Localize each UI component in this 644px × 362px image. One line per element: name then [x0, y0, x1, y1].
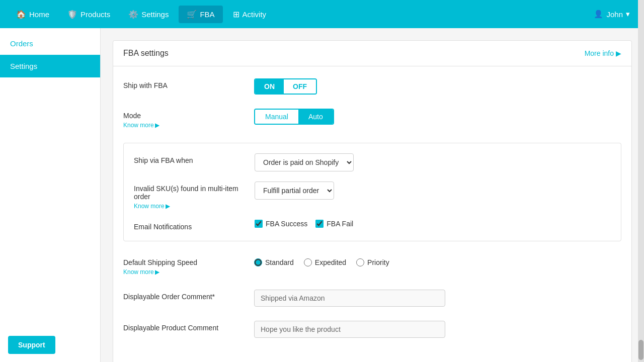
settings-icon: ⚙️	[128, 10, 138, 19]
sidebar-item-settings[interactable]: Settings	[0, 55, 100, 77]
order-comment-row: Displayable Order Comment*	[123, 290, 621, 307]
scrollbar[interactable]	[638, 0, 644, 362]
mode-label-container: Mode Know more ▶	[123, 109, 254, 129]
scrollbar-thumb[interactable]	[638, 340, 643, 360]
toggle-on-btn[interactable]: ON	[255, 79, 284, 94]
fba-fail-text: FBA Fail	[327, 220, 353, 228]
nav-item-fba[interactable]: 🛒 FBA	[179, 6, 222, 23]
product-comment-label: Displayable Product Comment	[123, 321, 254, 332]
email-notifications-label: Email Notifications	[134, 220, 255, 231]
ship-via-select[interactable]: Order is paid on Shopify Order is placed…	[255, 153, 354, 171]
order-comment-label: Displayable Order Comment*	[123, 290, 254, 301]
chevron-right-icon: ▶	[155, 122, 159, 129]
expedited-radio[interactable]	[304, 258, 312, 266]
mode-row: Mode Know more ▶ Manual Auto	[123, 109, 621, 129]
home-icon: 🏠	[16, 10, 26, 19]
nav-item-home[interactable]: 🏠 Home	[8, 6, 57, 23]
fba-icon: 🛒	[187, 10, 197, 19]
main-content: FBA settings More info ▶ Ship with FBA O…	[101, 28, 644, 362]
products-icon: 🛡️	[67, 10, 77, 19]
activity-icon: ⊞	[233, 10, 239, 19]
order-comment-control	[254, 290, 621, 307]
standard-radio[interactable]	[254, 258, 262, 266]
fba-fail-checkbox[interactable]	[315, 220, 324, 228]
nav-item-products[interactable]: 🛡️ Products	[59, 6, 118, 23]
user-name: John	[606, 10, 623, 19]
inner-settings-card: Ship via FBA when Order is paid on Shopi…	[123, 143, 621, 241]
main-layout: Orders Settings FBA settings More info ▶…	[0, 28, 644, 362]
nav-items: 🏠 Home 🛡️ Products ⚙️ Settings 🛒 FBA ⊞ A…	[8, 6, 588, 23]
chevron-down-icon: ▾	[626, 10, 630, 19]
navbar: 🏠 Home 🛡️ Products ⚙️ Settings 🛒 FBA ⊞ A…	[0, 0, 644, 28]
email-notifications-control: FBA Success FBA Fail	[255, 220, 353, 228]
user-icon: 👤	[594, 10, 603, 19]
nav-label-fba: FBA	[200, 10, 214, 19]
product-comment-control	[254, 321, 621, 338]
mode-know-more[interactable]: Know more ▶	[123, 122, 254, 129]
mode-manual-btn[interactable]: Manual	[255, 110, 298, 124]
invalid-sku-know-more[interactable]: Know more ▶	[134, 203, 255, 210]
shipping-speed-control: Standard Expedited Priority	[254, 255, 621, 266]
invalid-sku-select[interactable]: Fulfill partial order Cancel order Hold …	[255, 182, 334, 200]
card-body: Ship with FBA ON OFF Mode Know more	[113, 66, 631, 362]
arrow-right-icon: ▶	[616, 49, 621, 57]
shipping-speed-label: Default Shipping Speed	[123, 258, 254, 266]
nav-label-settings: Settings	[141, 10, 169, 19]
mode-label: Mode	[123, 112, 254, 120]
toggle-off-btn[interactable]: OFF	[284, 79, 316, 94]
nav-label-home: Home	[29, 10, 49, 19]
mode-auto-btn[interactable]: Auto	[298, 110, 333, 124]
card-header: FBA settings More info ▶	[113, 41, 631, 66]
sidebar: Orders Settings	[0, 28, 101, 362]
fba-success-checkbox[interactable]	[255, 220, 263, 228]
nav-item-settings[interactable]: ⚙️ Settings	[120, 6, 177, 23]
mode-control: Manual Auto	[254, 109, 621, 125]
order-comment-input[interactable]	[254, 290, 445, 307]
sidebar-item-orders[interactable]: Orders	[0, 32, 100, 55]
ship-fba-toggle: ON OFF	[254, 78, 317, 95]
nav-label-activity: Activity	[243, 10, 267, 19]
user-menu[interactable]: 👤 John ▾	[588, 6, 636, 23]
invalid-sku-label-container: Invalid SKU(s) found in multi-item order…	[134, 182, 255, 210]
invalid-sku-control: Fulfill partial order Cancel order Hold …	[255, 182, 334, 200]
shipping-speed-know-more[interactable]: Know more ▶	[123, 268, 254, 276]
shipping-speed-radios: Standard Expedited Priority	[254, 255, 621, 266]
product-comment-input[interactable]	[254, 321, 445, 338]
chevron-right-icon-3: ▶	[155, 268, 159, 276]
mode-toggle: Manual Auto	[254, 109, 334, 125]
more-info-link[interactable]: More info ▶	[585, 49, 621, 57]
nav-item-activity[interactable]: ⊞ Activity	[225, 6, 275, 23]
ship-via-control: Order is paid on Shopify Order is placed…	[255, 153, 354, 171]
fba-settings-card: FBA settings More info ▶ Ship with FBA O…	[113, 40, 632, 362]
invalid-sku-label: Invalid SKU(s) found in multi-item order	[134, 185, 255, 201]
ship-via-label: Ship via FBA when	[134, 153, 255, 164]
expedited-label: Expedited	[304, 258, 346, 266]
nav-label-products: Products	[80, 10, 110, 19]
shipping-speed-label-container: Default Shipping Speed Know more ▶	[123, 255, 254, 276]
ship-with-fba-row: Ship with FBA ON OFF	[123, 78, 621, 95]
email-notifications-row: Email Notifications FBA Success FBA Fail	[134, 220, 611, 231]
support-button[interactable]: Support	[8, 336, 55, 354]
priority-label: Priority	[356, 258, 389, 266]
card-title: FBA settings	[123, 49, 169, 58]
fba-fail-label: FBA Fail	[315, 220, 353, 228]
shipping-speed-row: Default Shipping Speed Know more ▶ Stand…	[123, 255, 621, 276]
fba-success-text: FBA Success	[266, 220, 307, 228]
chevron-right-icon-2: ▶	[166, 203, 170, 210]
standard-label: Standard	[254, 258, 294, 266]
ship-with-fba-label: Ship with FBA	[123, 78, 254, 89]
ship-with-fba-control: ON OFF	[254, 78, 621, 95]
fba-success-label: FBA Success	[255, 220, 307, 228]
ship-via-row: Ship via FBA when Order is paid on Shopi…	[134, 153, 611, 171]
invalid-sku-row: Invalid SKU(s) found in multi-item order…	[134, 182, 611, 210]
priority-radio[interactable]	[356, 258, 364, 266]
product-comment-row: Displayable Product Comment	[123, 321, 621, 338]
